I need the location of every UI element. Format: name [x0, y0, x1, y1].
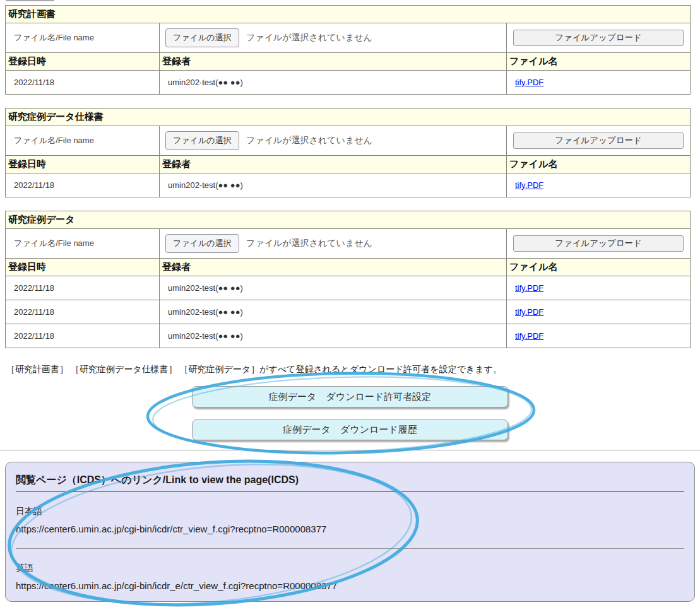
section-title: 研究計画書	[6, 6, 691, 23]
table-row: 2022/11/18 umin202-test(●● ●●) tify.PDF	[6, 71, 691, 95]
cell-registrant: umin202-test(●● ●●)	[160, 300, 507, 324]
file-select-button[interactable]: ファイルの選択	[165, 234, 239, 253]
col-header-filename: ファイル名	[507, 53, 691, 71]
file-status-text: ファイルが選択されていません	[246, 135, 372, 145]
cell-date: 2022/11/18	[6, 71, 160, 95]
col-header-registrant: 登録者	[160, 156, 507, 173]
col-header-date: 登録日時	[6, 53, 160, 71]
cell-date: 2022/11/18	[6, 173, 160, 197]
upload-row: ファイル名/File name ファイルの選択 ファイルが選択されていません フ…	[6, 229, 691, 259]
cell-registrant: umin202-test(●● ●●)	[160, 276, 507, 300]
table-row: 2022/11/18 umin202-test(●● ●●) tify.PDF	[6, 276, 691, 300]
file-link[interactable]: tify.PDF	[515, 283, 543, 293]
file-upload-button[interactable]: ファイルアップロード	[513, 132, 684, 149]
cell-registrant: umin202-test(●● ●●)	[160, 324, 507, 348]
file-name-label: ファイル名/File name	[6, 229, 160, 259]
cell-date: 2022/11/18	[6, 276, 160, 300]
upload-cell: ファイルアップロード	[507, 126, 691, 156]
section-title: 研究症例データ仕様書	[6, 109, 691, 126]
file-status-text: ファイルが選択されていません	[246, 32, 372, 42]
file-upload-button[interactable]: ファイルアップロード	[513, 235, 684, 252]
col-header-filename: ファイル名	[507, 156, 691, 173]
col-header-filename: ファイル名	[507, 259, 691, 276]
file-select-button[interactable]: ファイルの選択	[165, 131, 239, 150]
page: 研究計画書 ファイル名/File name ファイルの選択 ファイルが選択されて…	[0, 0, 700, 610]
column-header-row: 登録日時 登録者 ファイル名	[6, 259, 691, 276]
column-header-row: 登録日時 登録者 ファイル名	[6, 53, 691, 71]
top-edge-artifact	[6, 0, 54, 1]
table-row: 2022/11/18 umin202-test(●● ●●) tify.PDF	[6, 324, 691, 348]
cell-filename: tify.PDF	[507, 276, 691, 300]
cell-date: 2022/11/18	[6, 324, 160, 348]
research-plan-table: 研究計画書 ファイル名/File name ファイルの選択 ファイルが選択されて…	[5, 5, 691, 95]
file-input-cell: ファイルの選択 ファイルが選択されていません	[160, 23, 507, 53]
cell-filename: tify.PDF	[507, 300, 691, 324]
cell-registrant: umin202-test(●● ●●)	[160, 173, 507, 197]
panel-divider	[16, 548, 684, 549]
col-header-registrant: 登録者	[160, 53, 507, 71]
link-panel: 閲覧ページ（ICDS）へのリンク/Link to view the page(I…	[5, 462, 695, 602]
file-input-cell: ファイルの選択 ファイルが選択されていません	[160, 229, 507, 259]
japanese-label: 日本語	[16, 506, 684, 517]
col-header-registrant: 登録者	[160, 259, 507, 276]
table-row: 2022/11/18 umin202-test(●● ●●) tify.PDF	[6, 300, 691, 324]
english-url: https://center6.umin.ac.jp/cgi-bin/icdr_…	[16, 580, 684, 591]
section-title: 研究症例データ	[6, 211, 691, 229]
japanese-url: https://center6.umin.ac.jp/cgi-bin/icdr/…	[16, 524, 684, 534]
section-separator	[0, 450, 700, 450]
table-row: 2022/11/18 umin202-test(●● ●●) tify.PDF	[6, 173, 691, 197]
cell-filename: tify.PDF	[507, 173, 691, 197]
case-data-download-permission-button[interactable]: 症例データ ダウンロード許可者設定	[192, 386, 508, 408]
upload-row: ファイル名/File name ファイルの選択 ファイルが選択されていません フ…	[6, 23, 691, 53]
cell-filename: tify.PDF	[507, 324, 691, 348]
upload-cell: ファイルアップロード	[507, 229, 691, 259]
link-panel-heading: 閲覧ページ（ICDS）へのリンク/Link to view the page(I…	[16, 474, 684, 492]
file-name-label: ファイル名/File name	[6, 126, 160, 156]
section-title-row: 研究症例データ仕様書	[6, 109, 691, 126]
upload-cell: ファイルアップロード	[507, 23, 691, 53]
file-upload-button[interactable]: ファイルアップロード	[513, 30, 684, 46]
file-link[interactable]: tify.PDF	[515, 78, 543, 87]
upload-row: ファイル名/File name ファイルの選択 ファイルが選択されていません フ…	[6, 126, 691, 156]
actions-group: 症例データ ダウンロード許可者設定 症例データ ダウンロード履歴	[192, 386, 508, 440]
file-input-cell: ファイルの選択 ファイルが選択されていません	[160, 126, 507, 156]
file-select-button[interactable]: ファイルの選択	[165, 28, 239, 47]
cell-registrant: umin202-test(●● ●●)	[160, 71, 507, 95]
note-text: ［研究計画書］ ［研究症例データ仕様書］ ［研究症例データ］がすべて登録されると…	[6, 363, 700, 375]
case-data-table: 研究症例データ ファイル名/File name ファイルの選択 ファイルが選択さ…	[5, 211, 691, 348]
col-header-date: 登録日時	[6, 259, 160, 276]
file-status-text: ファイルが選択されていません	[246, 238, 372, 248]
section-title-row: 研究計画書	[6, 6, 691, 23]
english-label: 英語	[16, 563, 684, 574]
file-link[interactable]: tify.PDF	[515, 307, 543, 317]
col-header-date: 登録日時	[6, 156, 160, 173]
case-data-spec-table: 研究症例データ仕様書 ファイル名/File name ファイルの選択 ファイルが…	[5, 108, 691, 197]
file-name-label: ファイル名/File name	[6, 23, 160, 53]
column-header-row: 登録日時 登録者 ファイル名	[6, 156, 691, 173]
section-title-row: 研究症例データ	[6, 211, 691, 229]
cell-date: 2022/11/18	[6, 300, 160, 324]
case-data-download-history-button[interactable]: 症例データ ダウンロード履歴	[192, 419, 508, 440]
cell-filename: tify.PDF	[507, 71, 691, 95]
file-link[interactable]: tify.PDF	[515, 331, 543, 341]
file-link[interactable]: tify.PDF	[515, 180, 543, 190]
